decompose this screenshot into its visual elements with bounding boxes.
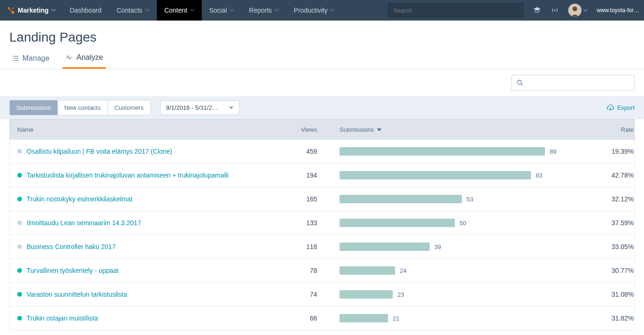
cell-rate: 19.39%	[568, 148, 634, 155]
filter-search[interactable]	[511, 75, 635, 91]
th-views[interactable]: Views	[260, 126, 326, 133]
cell-name: Ilmoittaudu Lean seminaariin 14.3.2017	[17, 219, 260, 227]
table-row: Trukin nostokyky esimerkkilaskelmat16553…	[9, 187, 635, 211]
nav-label: Social	[209, 7, 227, 14]
cell-name: Turvallinen työskentely - oppaat	[17, 267, 260, 274]
broadcast-icon[interactable]	[546, 0, 564, 21]
cell-rate: 37.59%	[568, 219, 634, 227]
cell-submissions: 21	[326, 314, 568, 322]
cell-views: 74	[260, 291, 326, 298]
global-search-input[interactable]	[389, 7, 523, 14]
submissions-value: 50	[460, 220, 466, 227]
th-name[interactable]: Name	[17, 126, 260, 133]
nav-reports[interactable]: Reports	[241, 0, 286, 21]
nav-label: Productivity	[294, 7, 327, 14]
cell-rate: 30.77%	[568, 267, 634, 274]
th-label: Submissions	[340, 126, 374, 133]
cell-submissions: 53	[326, 195, 568, 203]
svg-point-9	[13, 57, 14, 58]
nav-dashboard[interactable]: Dashboard	[62, 0, 109, 21]
top-nav: Marketing Dashboard Contacts Content Soc…	[0, 0, 644, 21]
cell-rate: 33.05%	[568, 243, 634, 250]
table-row: Business Controller haku 20171183933.05%	[9, 235, 635, 259]
tab-manage[interactable]: Manage	[9, 49, 52, 69]
tab-analyze[interactable]: Analyze	[63, 49, 106, 69]
submissions-bar	[340, 266, 395, 275]
page-name-link[interactable]: Varaston suunnittelun tarkistuslista	[27, 291, 127, 298]
submissions-value: 89	[550, 148, 556, 155]
status-dot	[17, 268, 22, 273]
cell-views: 165	[260, 195, 326, 203]
global-search[interactable]	[388, 3, 524, 17]
cell-name: Business Controller haku 2017	[17, 243, 260, 250]
page-name-link[interactable]: Trukin ostajan muistilista	[27, 314, 98, 322]
chevron-down-icon	[190, 9, 194, 12]
date-range-picker[interactable]: 9/1/2016 - 5/31/2…	[160, 100, 240, 115]
date-range-label: 9/1/2016 - 5/31/2…	[166, 104, 218, 111]
export-label: Export	[617, 104, 635, 111]
cell-submissions: 83	[326, 171, 568, 179]
status-dot	[17, 316, 22, 321]
submissions-value: 21	[393, 315, 399, 322]
academy-icon[interactable]	[528, 0, 546, 21]
table-row: Trukin ostajan muistilista662131.82%	[9, 306, 635, 330]
cell-submissions: 89	[326, 147, 568, 156]
cell-views: 459	[260, 148, 326, 155]
filter-search-input[interactable]	[527, 79, 630, 86]
cell-name: Tarkistuslista kirjallisen trukinajoluva…	[17, 171, 260, 179]
list-icon	[12, 55, 19, 62]
cell-submissions: 23	[326, 290, 568, 299]
seg-submissions[interactable]: Submissions	[10, 100, 57, 115]
page-title: Landing Pages	[0, 21, 644, 49]
page-name-link[interactable]: Business Controller haku 2017	[27, 243, 116, 250]
sort-desc-icon	[377, 128, 382, 131]
svg-line-3	[9, 8, 13, 13]
seg-customers[interactable]: Customers	[107, 100, 150, 115]
th-rate[interactable]: Rate	[568, 126, 634, 133]
svg-rect-8	[14, 56, 18, 57]
th-submissions[interactable]: Submissions	[326, 126, 568, 133]
hubspot-logo-icon	[7, 6, 15, 14]
user-menu[interactable]	[564, 0, 592, 21]
page-name-link[interactable]: Turvallinen työskentely - oppaat	[27, 267, 119, 274]
tab-label: Analyze	[77, 53, 103, 62]
toolbar: Submissions New contacts Customers 9/1/2…	[0, 96, 644, 119]
tab-label: Manage	[22, 54, 50, 63]
chevron-down-icon	[229, 107, 234, 109]
cell-rate: 32.12%	[568, 195, 634, 203]
table-row: Varaston suunnittelun tarkistuslista7423…	[9, 283, 635, 306]
cell-rate: 31.08%	[568, 291, 634, 298]
submissions-value: 83	[536, 172, 542, 179]
chevron-down-icon	[230, 9, 234, 12]
svg-point-4	[554, 10, 555, 11]
nav-social[interactable]: Social	[202, 0, 241, 21]
brand-label: Marketing	[18, 7, 49, 14]
page-name-link[interactable]: Ilmoittaudu Lean seminaariin 14.3.2017	[27, 219, 141, 227]
nav-productivity[interactable]: Productivity	[286, 0, 342, 21]
page-name-link[interactable]: Osallistu kilpailuun | FB voita elämys 2…	[27, 148, 172, 155]
status-dot	[17, 221, 22, 225]
submissions-bar	[340, 147, 545, 156]
chevron-down-icon	[330, 9, 334, 12]
submissions-bar	[340, 290, 393, 299]
svg-point-7	[13, 56, 14, 57]
nav-contacts[interactable]: Contacts	[109, 0, 157, 21]
seg-new-contacts[interactable]: New contacts	[57, 100, 107, 115]
cell-name: Trukin nostokyky esimerkkilaskelmat	[17, 195, 260, 203]
svg-point-11	[13, 60, 14, 61]
page-name-link[interactable]: Trukin nostokyky esimerkkilaskelmat	[27, 195, 133, 203]
table-header: Name Views Submissions Rate	[9, 119, 635, 140]
site-switcher[interactable]: www.toyota-for…	[592, 7, 644, 14]
nav-content[interactable]: Content	[157, 0, 202, 21]
nav-label: Content	[164, 7, 187, 14]
submissions-value: 23	[397, 291, 404, 298]
page-name-link[interactable]: Tarkistuslista kirjallisen trukinajoluva…	[27, 171, 228, 179]
chevron-down-icon	[51, 9, 56, 12]
table-row: Osallistu kilpailuun | FB voita elämys 2…	[9, 140, 635, 164]
brand-menu[interactable]: Marketing	[0, 0, 62, 21]
cell-views: 66	[260, 314, 326, 322]
landing-pages-table: Name Views Submissions Rate Osallistu ki…	[0, 119, 644, 335]
submissions-bar	[340, 195, 462, 203]
export-button[interactable]: Export	[607, 104, 635, 111]
svg-point-6	[573, 7, 577, 11]
